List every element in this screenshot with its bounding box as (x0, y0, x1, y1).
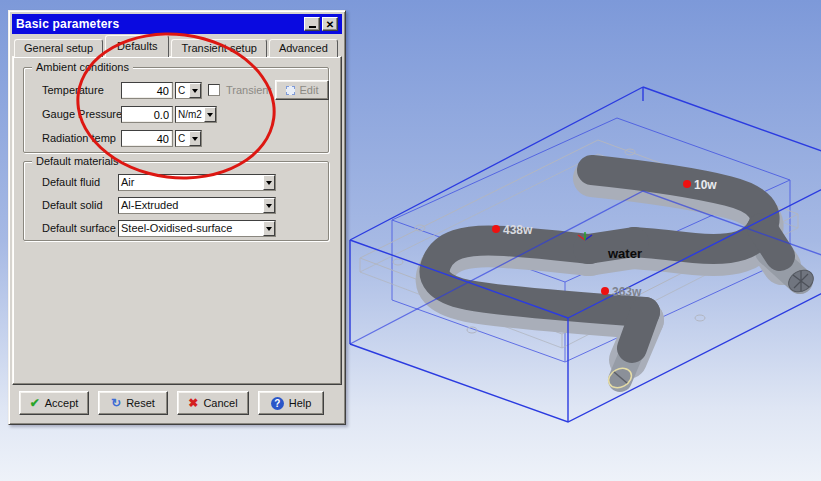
minimize-button[interactable] (304, 17, 320, 31)
default-surface-value: Steel-Oxidised-surface (119, 221, 263, 236)
chevron-down-icon[interactable] (204, 107, 216, 122)
chevron-down-icon[interactable] (263, 221, 275, 236)
dialog-titlebar[interactable]: Basic parameters ✕ (12, 14, 342, 34)
transient-checkbox (208, 84, 220, 96)
heat-label-10w: 10w (694, 178, 717, 192)
default-solid-label: Default solid (42, 197, 103, 214)
radiation-temp-input[interactable] (121, 130, 173, 147)
close-icon: ✕ (326, 19, 334, 30)
radiation-temp-unit-value: C (176, 131, 189, 146)
basic-parameters-dialog: Basic parameters ✕ General setup Default… (8, 10, 346, 425)
gauge-pressure-unit-select[interactable]: N/m2 (175, 106, 217, 123)
default-solid-select[interactable]: Al-Extruded (118, 197, 276, 214)
temperature-input[interactable] (121, 82, 173, 99)
chevron-down-icon[interactable] (263, 198, 275, 213)
chevron-down-icon[interactable] (263, 175, 275, 190)
cancel-x-icon: ✖ (188, 397, 198, 409)
dialog-title: Basic parameters (16, 17, 302, 31)
transient-label: Transient (226, 82, 271, 99)
accept-button[interactable]: ✔ Accept (19, 391, 89, 415)
default-solid-value: Al-Extruded (119, 198, 263, 213)
default-materials-group: Default materials Default fluid Air Defa… (23, 161, 329, 241)
temperature-unit-select[interactable]: C (175, 82, 202, 99)
temperature-unit-value: C (176, 83, 189, 98)
tab-advanced[interactable]: Advanced (269, 39, 338, 57)
edit-button-label: Edit (300, 84, 319, 96)
reset-arrows-icon: ↻ (111, 397, 121, 409)
radiation-temp-unit-select[interactable]: C (175, 130, 202, 147)
cancel-button[interactable]: ✖ Cancel (177, 391, 249, 415)
dialog-action-bar: ✔ Accept ↻ Reset ✖ Cancel ? Help (9, 391, 345, 417)
help-button[interactable]: ? Help (258, 391, 324, 415)
edit-button: Edit (275, 80, 329, 100)
minimize-icon (309, 26, 316, 28)
ambient-conditions-group: Ambient conditions Temperature C Transie… (23, 67, 329, 153)
marker-dot (601, 287, 609, 295)
help-button-label: Help (289, 397, 312, 409)
default-surface-select[interactable]: Steel-Oxidised-surface (118, 220, 276, 237)
gauge-pressure-input[interactable] (121, 106, 173, 123)
heat-label-438w: 438w (503, 223, 533, 237)
tab-general-setup[interactable]: General setup (14, 39, 103, 57)
ambient-conditions-legend: Ambient conditions (32, 61, 133, 74)
accept-check-icon: ✔ (30, 397, 40, 409)
defaults-tab-page: Ambient conditions Temperature C Transie… (12, 56, 342, 385)
reset-button-label: Reset (126, 397, 155, 409)
close-button[interactable]: ✕ (322, 17, 338, 31)
help-question-icon: ? (271, 397, 284, 410)
default-surface-label: Default surface (42, 220, 116, 237)
tab-defaults[interactable]: Defaults (105, 35, 169, 57)
tab-strip: General setup Defaults Transient setup A… (14, 35, 340, 57)
accept-button-label: Accept (45, 397, 79, 409)
gauge-pressure-unit-value: N/m2 (176, 107, 204, 122)
default-fluid-label: Default fluid (42, 174, 100, 191)
default-fluid-value: Air (119, 175, 263, 190)
tab-transient-setup[interactable]: Transient setup (171, 39, 266, 57)
marker-dot (683, 180, 691, 188)
radiation-temp-label: Radiation temp (42, 130, 116, 147)
chevron-down-icon[interactable] (189, 131, 201, 146)
reset-button[interactable]: ↻ Reset (98, 391, 168, 415)
marker-dot (492, 225, 500, 233)
chevron-down-icon[interactable] (189, 83, 201, 98)
app-root: { "window": { "title": "Basic parameters… (0, 0, 821, 481)
gauge-pressure-label: Gauge Pressure (42, 106, 122, 123)
heat-label-363w: 363w (612, 285, 642, 299)
temperature-label: Temperature (42, 82, 104, 99)
water-label: water (607, 246, 642, 261)
cancel-button-label: Cancel (203, 397, 237, 409)
default-materials-legend: Default materials (32, 155, 123, 168)
default-fluid-select[interactable]: Air (118, 174, 276, 191)
edit-profile-icon (286, 86, 295, 95)
